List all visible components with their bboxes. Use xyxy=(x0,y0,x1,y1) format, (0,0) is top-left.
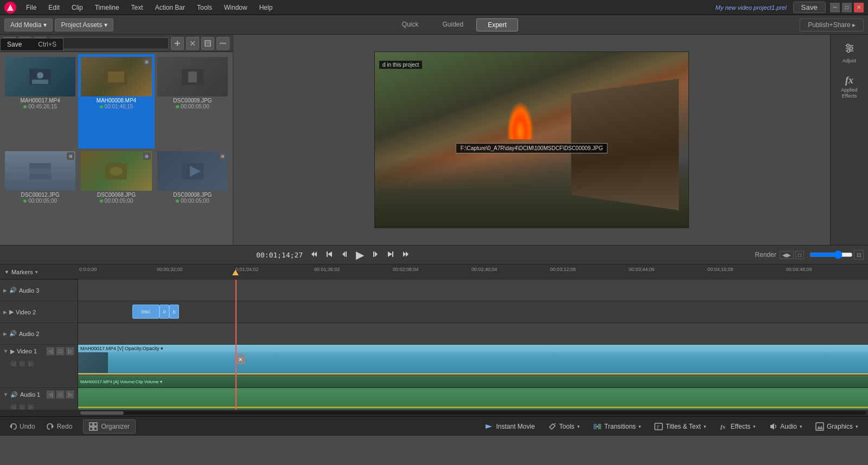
transport-step-back[interactable] xyxy=(308,249,320,261)
titles-text-button[interactable]: T Titles & Text ▾ xyxy=(649,420,712,433)
video1-clip-thumbnail xyxy=(78,352,108,373)
transitions-arrow: ▾ xyxy=(639,424,641,429)
project-assets-button[interactable]: Project Assets ▾ xyxy=(55,18,113,31)
transport-step-fwd[interactable] xyxy=(400,249,412,261)
video1-ctrl-left[interactable]: ◁ xyxy=(46,347,55,356)
menu-window[interactable]: Window xyxy=(219,3,253,12)
svg-rect-11 xyxy=(175,43,180,44)
render-zoom-controls: ⊡ xyxy=(809,250,864,260)
transport-timecode: 00:01;14;27 xyxy=(254,250,305,260)
zoom-fit-button[interactable]: ⊡ xyxy=(854,250,864,260)
video1-sub-ctrl-2[interactable]: □ xyxy=(18,360,26,367)
audio1-sub-ctrl-2[interactable]: □ xyxy=(18,403,26,410)
audio1-clip[interactable] xyxy=(78,388,868,407)
settings-button[interactable] xyxy=(201,37,214,50)
svg-rect-56 xyxy=(94,427,97,430)
track-row-video1[interactable]: MAH00017.MP4 [V] Opacity:Opacity ▾ ✕ MAH… xyxy=(78,345,868,388)
video2-clip-dsc[interactable]: DSC xyxy=(132,305,159,319)
svg-text:T: T xyxy=(656,424,660,430)
minimize-button[interactable]: ─ xyxy=(830,3,840,12)
publish-share-button[interactable]: Publish+Share ▸ xyxy=(800,18,864,31)
tab-expert[interactable]: Expert xyxy=(476,18,518,31)
video1-clip-label: MAH00017.MP4 [V] Opacity:Opacity ▾ xyxy=(78,345,868,352)
transport-step-frame-fwd[interactable] xyxy=(369,249,381,261)
applied-effects-button[interactable]: fx Applied Effects xyxy=(834,72,865,102)
adjust-button[interactable]: Adjust xyxy=(834,39,865,67)
asset-badge: ⊞ xyxy=(67,152,74,160)
menu-actionbar[interactable]: Action Bar xyxy=(150,3,190,12)
audio1-ctrl-2[interactable]: □ xyxy=(56,390,65,399)
menu-edit[interactable]: Edit xyxy=(43,3,65,12)
asset-item[interactable]: ⊞ DSC00008.JPG 00:00:05;00 xyxy=(155,148,231,243)
add-media-button[interactable]: Add Media ▾ xyxy=(4,18,53,31)
more-button[interactable] xyxy=(216,37,229,50)
audio-button[interactable]: Audio ▾ xyxy=(763,420,808,433)
render-settings-button[interactable]: □ xyxy=(795,251,804,259)
tab-quick[interactable]: Quick xyxy=(391,18,430,31)
audio1-sub-ctrl-1[interactable]: ◁ xyxy=(10,403,17,410)
render-in-out-button[interactable]: ◀▶ xyxy=(780,251,794,259)
ruler-time-6: 00:03;12;06 xyxy=(550,267,576,272)
graphics-button[interactable]: Graphics ▾ xyxy=(810,420,864,433)
transport-next[interactable] xyxy=(385,249,397,261)
video2-clip-dsc3[interactable]: D xyxy=(169,305,179,319)
video1-sub-ctrl-3[interactable]: ▷ xyxy=(27,360,35,367)
video2-clip-dsc2[interactable]: D xyxy=(159,305,169,319)
maximize-button[interactable]: □ xyxy=(842,3,852,12)
video1-ctrl-right[interactable]: ▷ xyxy=(66,347,74,356)
tools-button[interactable]: Tools ▾ xyxy=(542,420,585,433)
audio1-ctrl-1[interactable]: ◁ xyxy=(46,390,55,399)
timeline-scrollbar-thumb[interactable] xyxy=(80,411,124,415)
video-background xyxy=(375,52,688,228)
save-tooltip-label: Save xyxy=(7,41,22,48)
asset-thumbnail: ⊞ xyxy=(157,151,228,191)
svg-rect-28 xyxy=(29,169,51,174)
timeline-scrollbar-track xyxy=(80,411,866,415)
titles-text-label: Titles & Text xyxy=(666,423,701,430)
menu-text[interactable]: Text xyxy=(126,3,149,12)
timeline-header: ▼ Markers ▾ 0:0:0;00 00:00;32;00 0;01;04… xyxy=(0,264,868,280)
video1-sub-ctrl-1[interactable]: ◁ xyxy=(10,360,17,367)
graphics-label: Graphics xyxy=(827,423,853,430)
asset-thumbnail xyxy=(157,57,228,96)
menu-help[interactable]: Help xyxy=(254,3,278,12)
close-button[interactable]: ✕ xyxy=(854,3,864,12)
asset-item[interactable]: MAH00017.MP4 00:45:26;15 xyxy=(2,54,78,148)
asset-item[interactable]: ⊞ MAH00008.MP4 00:01:46;15 xyxy=(78,54,154,148)
markers-label[interactable]: Markers xyxy=(11,269,33,275)
instant-movie-button[interactable]: Instant Movie xyxy=(479,420,540,433)
delete-item-button[interactable] xyxy=(186,37,199,50)
new-item-button[interactable] xyxy=(171,37,184,50)
transitions-button[interactable]: Transitions ▾ xyxy=(588,420,647,433)
transport-play[interactable]: ▶ xyxy=(354,247,366,262)
asset-item[interactable]: ⊞ DSC00012.JPG 00:00:05;00 xyxy=(2,148,78,243)
svg-rect-26 xyxy=(188,72,197,82)
audio1-sub-ctrl-3[interactable]: ▷ xyxy=(27,403,35,410)
search-input[interactable] xyxy=(62,40,165,47)
transport-step-frame-back[interactable] xyxy=(339,249,350,261)
track-row-audio1[interactable] xyxy=(78,388,868,410)
track-row-video2[interactable]: DSC D D xyxy=(78,301,868,323)
redo-button[interactable]: Redo xyxy=(42,420,77,433)
svg-point-17 xyxy=(220,42,222,44)
asset-item[interactable]: ⊞ DSC00068.JPG 00:00:05;00 xyxy=(78,148,154,243)
markers-arrow[interactable]: ▾ xyxy=(35,269,38,275)
save-button[interactable]: Save xyxy=(793,2,826,13)
tab-guided[interactable]: Guided xyxy=(431,18,474,31)
menu-clip[interactable]: Clip xyxy=(66,3,88,12)
menu-tools[interactable]: Tools xyxy=(192,3,218,12)
transport-prev[interactable] xyxy=(323,249,335,261)
organizer-button[interactable]: Organizer xyxy=(83,419,136,434)
preview-tooltip: d in this project xyxy=(379,61,422,69)
timeline-zoom-slider[interactable] xyxy=(809,253,853,257)
svg-point-21 xyxy=(37,72,43,79)
undo-button[interactable]: Undo xyxy=(4,420,40,433)
audio1-ctrl-3[interactable]: ▷ xyxy=(66,390,74,399)
video-preview: d in this project F:\Capture\0_A7R\day4\… xyxy=(374,51,689,228)
asset-item[interactable]: DSC00009.JPG 00:00:05;00 xyxy=(155,54,231,148)
effects-button[interactable]: fx Effects ▾ xyxy=(714,420,761,433)
menu-file[interactable]: File xyxy=(21,3,42,12)
video1-main-clip[interactable]: MAH00017.MP4 [V] Opacity:Opacity ▾ ✕ xyxy=(78,345,868,374)
video1-ctrl-center[interactable]: □ xyxy=(56,347,65,356)
menu-timeline[interactable]: Timeline xyxy=(90,3,125,12)
